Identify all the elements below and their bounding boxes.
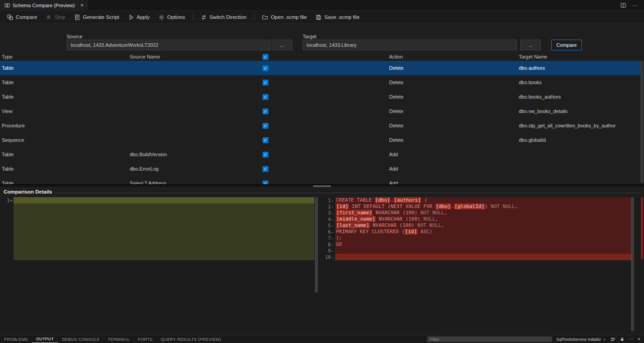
row-include-checkbox[interactable]: ✓ bbox=[259, 65, 272, 71]
row-include-checkbox[interactable]: ✓ bbox=[259, 108, 272, 114]
row-action: Delete bbox=[387, 80, 517, 85]
checkbox-checked-icon: ✓ bbox=[263, 123, 268, 129]
table-row[interactable]: Table✓Deletedbo.books bbox=[0, 75, 640, 90]
column-header-action[interactable]: Action bbox=[387, 54, 517, 59]
row-action: Delete bbox=[387, 123, 517, 128]
checkbox-checked-icon: ✓ bbox=[263, 181, 268, 185]
diff-line-number: 9- bbox=[318, 248, 335, 254]
target-browse-button[interactable]: ... bbox=[520, 40, 541, 50]
panel-tab-debug-console[interactable]: DEBUG CONSOLE bbox=[58, 335, 104, 343]
diff-added-line bbox=[14, 197, 314, 203]
diff-line-text: PRIMARY KEY CLUSTERED ([id] ASC) bbox=[335, 229, 631, 235]
row-type: Table bbox=[0, 181, 128, 184]
checkbox-checked-icon: ✓ bbox=[263, 80, 268, 86]
diff-left-scrollbar[interactable] bbox=[315, 197, 318, 293]
row-type: Table bbox=[0, 65, 128, 71]
split-editor-icon[interactable] bbox=[621, 3, 626, 8]
more-actions-icon[interactable]: ··· bbox=[632, 2, 638, 9]
diff-line-text: [middle_name] NVARCHAR (100) NULL, bbox=[335, 216, 631, 222]
toolbar-item-label: Compare bbox=[16, 14, 37, 20]
compare-button[interactable]: Compare bbox=[3, 13, 41, 22]
panel-tab-output[interactable]: OUTPUT bbox=[32, 335, 58, 343]
source-browse-button[interactable]: ... bbox=[272, 40, 292, 50]
row-include-checkbox[interactable]: ✓ bbox=[259, 123, 272, 129]
compare-button[interactable]: Compare bbox=[551, 40, 582, 50]
output-channel-dropdown[interactable]: SqlToolsService Initializ bbox=[556, 337, 606, 342]
row-source-name: SalesLT.Address bbox=[128, 181, 259, 184]
grid-vertical-scrollbar[interactable] bbox=[640, 61, 644, 183]
panel-right-controls: SqlToolsService Initializ ··· × bbox=[427, 336, 644, 342]
pane-splitter[interactable] bbox=[0, 184, 644, 188]
column-header-type[interactable]: Type bbox=[0, 54, 128, 59]
diff-line-number: 8- bbox=[318, 241, 335, 248]
checkbox-checked-icon: ✓ bbox=[263, 152, 268, 158]
panel-tab-problems[interactable]: PROBLEMS bbox=[0, 335, 32, 343]
apply-button[interactable]: Apply bbox=[124, 13, 154, 22]
table-row[interactable]: Tabledbo.ErrorLog✓Add bbox=[0, 162, 640, 176]
output-filter-input[interactable] bbox=[427, 336, 552, 342]
tab-close-icon[interactable]: × bbox=[80, 2, 84, 8]
diff-line-number: 10- bbox=[318, 254, 335, 260]
target-input[interactable] bbox=[303, 40, 517, 50]
diff-right-scrollbar[interactable] bbox=[631, 197, 634, 331]
generate-script-button[interactable]: Generate Script bbox=[70, 13, 124, 22]
table-row[interactable]: Tabledbo.BuildVersion✓Add bbox=[0, 147, 640, 162]
panel-tab-ports[interactable]: PORTS bbox=[134, 335, 157, 343]
save-scmp-file-button[interactable]: Save .scmp file bbox=[311, 13, 364, 22]
row-include-checkbox[interactable]: ✓ bbox=[259, 166, 272, 172]
diff-source-pane[interactable]: 1+ bbox=[0, 197, 318, 335]
row-include-checkbox[interactable]: ✓ bbox=[259, 181, 272, 185]
diff-line-number: 2- bbox=[318, 203, 335, 210]
row-type: Table bbox=[0, 94, 128, 99]
diff-line-number: 6- bbox=[318, 229, 335, 235]
panel-more-icon[interactable]: ··· bbox=[629, 337, 634, 342]
table-row[interactable]: Table✓Deletedbo.authors bbox=[0, 61, 640, 75]
stop-button: Stop bbox=[41, 13, 70, 22]
source-input[interactable] bbox=[67, 40, 270, 50]
diff-line-text: [first_name] NVARCHAR (100) NOT NULL, bbox=[335, 210, 631, 216]
panel-tab-query-results-preview[interactable]: QUERY RESULTS (PREVIEW) bbox=[157, 335, 225, 343]
row-include-checkbox[interactable]: ✓ bbox=[259, 80, 272, 86]
toolbar-separator bbox=[193, 14, 193, 21]
panel-tab-terminal[interactable]: TERMINAL bbox=[104, 335, 134, 343]
row-type: Table bbox=[0, 152, 128, 157]
diff-line-text: [id] INT DEFAULT (NEXT VALUE FOR [dbo].[… bbox=[335, 203, 631, 210]
open-scmp-file-button[interactable]: Open .scmp file bbox=[258, 13, 311, 22]
tab-schema-compare[interactable]: Schema Compare (Preview) × bbox=[0, 0, 89, 10]
source-label: Source bbox=[67, 34, 82, 39]
row-action: Add bbox=[387, 152, 517, 157]
toolbar-item-label: Stop bbox=[54, 14, 65, 20]
row-type: Procedure bbox=[0, 123, 128, 128]
row-include-checkbox[interactable]: ✓ bbox=[259, 152, 272, 158]
select-all-checkbox[interactable]: ✓ bbox=[259, 54, 272, 60]
row-target-name: dbo.books bbox=[517, 80, 640, 85]
details-header: Comparison Details bbox=[0, 188, 644, 197]
diff-line-number: 5- bbox=[318, 222, 335, 229]
editor-actions: ··· bbox=[621, 0, 644, 10]
table-row[interactable]: TableSalesLT.Address✓Add bbox=[0, 176, 640, 184]
table-row[interactable]: View✓Deletedbo.vw_books_details bbox=[0, 104, 640, 118]
row-type: View bbox=[0, 108, 128, 114]
panel-close-icon[interactable]: × bbox=[638, 337, 640, 342]
table-row[interactable]: Sequence✓Deletedbo.globalId bbox=[0, 133, 640, 147]
output-actions-icon[interactable] bbox=[610, 337, 616, 342]
compare-icon bbox=[7, 14, 13, 20]
checkbox-checked-icon: ✓ bbox=[263, 137, 268, 143]
diff-added-region bbox=[14, 203, 314, 260]
toolbar-item-label: Apply bbox=[137, 14, 150, 20]
column-header-target-name[interactable]: Target Name bbox=[517, 54, 640, 59]
checkbox-checked-icon: ✓ bbox=[263, 94, 268, 100]
diff-target-pane[interactable]: 1-CREATE TABLE [dbo].[authors] (2-[id] I… bbox=[318, 197, 644, 335]
row-include-checkbox[interactable]: ✓ bbox=[259, 137, 272, 143]
options-button[interactable]: Options bbox=[154, 13, 190, 22]
grid-header: Type Source Name ✓ Action Target Name bbox=[0, 53, 640, 61]
table-row[interactable]: Table✓Deletedbo.books_authors bbox=[0, 90, 640, 104]
lock-icon[interactable] bbox=[620, 337, 625, 342]
diff-line-text bbox=[335, 248, 631, 254]
table-row[interactable]: Procedure✓Deletedbo.stp_get_all_cowritte… bbox=[0, 118, 640, 133]
column-header-source-name[interactable]: Source Name bbox=[128, 54, 259, 59]
row-include-checkbox[interactable]: ✓ bbox=[259, 94, 272, 100]
row-action: Delete bbox=[387, 137, 517, 143]
checkbox-checked-icon: ✓ bbox=[263, 166, 268, 172]
switch-direction-button[interactable]: Switch Direction bbox=[196, 13, 251, 22]
